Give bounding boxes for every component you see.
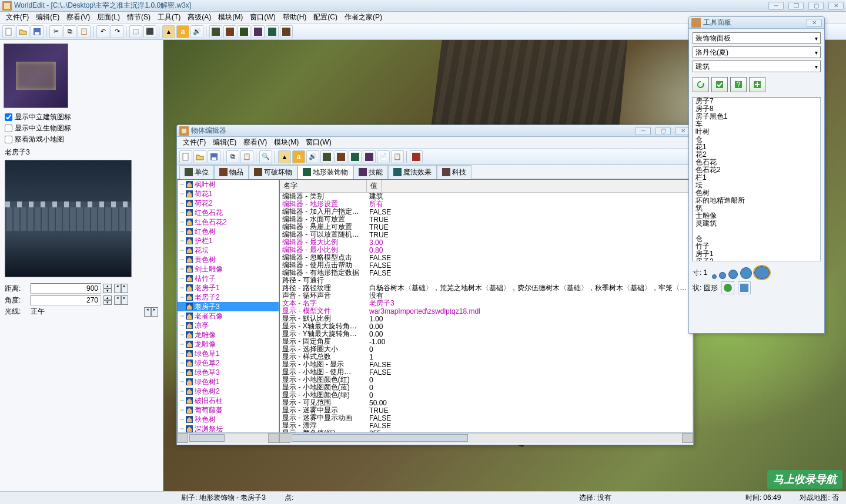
ability-button[interactable]: a bbox=[176, 25, 189, 38]
obj-m8[interactable]: 📄 bbox=[377, 150, 390, 163]
undo-button[interactable]: ↶ bbox=[96, 25, 109, 38]
category-combo[interactable]: 建筑 bbox=[693, 61, 821, 72]
tree-item[interactable]: ┈老房子3 bbox=[178, 302, 279, 311]
menu-item[interactable]: 编辑(E) bbox=[209, 136, 240, 149]
tree-item[interactable]: ┈龙雕像 bbox=[178, 340, 279, 349]
toolpal-close[interactable]: ✕ bbox=[807, 19, 822, 27]
obj-find[interactable]: 🔍 bbox=[259, 150, 272, 163]
obj6-button[interactable] bbox=[280, 25, 293, 38]
obj3-button[interactable] bbox=[238, 25, 250, 38]
obj-m5[interactable] bbox=[335, 150, 347, 163]
tree-item[interactable]: ┈绿色草2 bbox=[178, 358, 279, 368]
place-button-2[interactable]: ? bbox=[730, 77, 747, 92]
tab-地形装饰物[interactable]: 地形装饰物 bbox=[297, 165, 353, 179]
sheet-hscroll[interactable] bbox=[279, 433, 693, 443]
tree-item[interactable]: ┈破旧石柱 bbox=[178, 396, 279, 405]
open-button[interactable] bbox=[16, 25, 29, 38]
light-next[interactable]: ▸ bbox=[151, 307, 158, 317]
tree-item[interactable]: ┈葡萄藤蔓 bbox=[178, 405, 279, 415]
maximize-button[interactable]: ▢ bbox=[808, 2, 824, 10]
cut-button[interactable]: ✂ bbox=[49, 25, 62, 38]
tab-技能[interactable]: 技能 bbox=[353, 165, 388, 179]
tab-魔法效果[interactable]: 魔法效果 bbox=[388, 165, 437, 179]
tree-item[interactable]: ┈花坛 bbox=[178, 246, 279, 255]
list-item[interactable]: 房子8 bbox=[693, 105, 820, 113]
obj-m9[interactable]: 📋 bbox=[391, 150, 404, 163]
tree-item[interactable]: ┈荷花1 bbox=[178, 189, 279, 199]
objwin-maximize[interactable]: ▢ bbox=[656, 127, 671, 135]
tree-item[interactable]: ┈凉亭 bbox=[178, 321, 279, 330]
distance-input[interactable] bbox=[31, 283, 101, 294]
tree-item[interactable]: ┈绿色草3 bbox=[178, 368, 279, 377]
tileset-combo[interactable]: 洛丹伦(夏) bbox=[693, 46, 821, 58]
terrain-button[interactable]: ▲ bbox=[162, 25, 175, 38]
tree-item[interactable]: ┈老者石像 bbox=[178, 311, 279, 321]
sound-button[interactable]: 🔊 bbox=[190, 25, 203, 38]
list-item[interactable]: 坛 bbox=[693, 182, 820, 189]
palette-combo[interactable]: 装饰物面板 bbox=[693, 32, 821, 44]
angle-input[interactable] bbox=[31, 295, 101, 305]
list-item[interactable]: 房子1 bbox=[693, 250, 820, 258]
obj5-button[interactable] bbox=[266, 25, 279, 38]
obj-m2[interactable]: a bbox=[292, 150, 305, 163]
objwin-minimize[interactable]: ─ bbox=[636, 127, 651, 135]
toolpal-titlebar[interactable]: 工具面板 ✕ bbox=[689, 17, 824, 29]
obj-m7[interactable] bbox=[363, 150, 376, 163]
angle-left[interactable]: ◂ bbox=[114, 295, 121, 305]
list-item[interactable]: 灵建筑 bbox=[693, 220, 820, 227]
menu-item[interactable]: 窗口(W) bbox=[302, 136, 335, 149]
list-item[interactable]: 栏1 bbox=[693, 174, 820, 182]
menu-item[interactable]: 高级(A) bbox=[184, 11, 215, 23]
menu-item[interactable]: 情节(S) bbox=[123, 11, 154, 23]
shape-square[interactable] bbox=[738, 281, 751, 294]
distance-down[interactable]: ▾ bbox=[103, 288, 112, 293]
shape-circle[interactable] bbox=[721, 281, 734, 294]
tree-item[interactable]: ┈绿色树1 bbox=[178, 377, 279, 387]
tree-item[interactable]: ┈绿色树2 bbox=[178, 387, 279, 396]
close-button[interactable]: ✕ bbox=[828, 2, 844, 10]
chk-neutral-buildings[interactable] bbox=[5, 113, 12, 121]
tree-item[interactable]: ┈红色石花2 bbox=[178, 217, 279, 227]
obj-m10[interactable] bbox=[410, 150, 423, 163]
tree-item[interactable]: ┈深渊祭坛 bbox=[178, 424, 279, 433]
tree-item[interactable]: ┈龙雕像 bbox=[178, 330, 279, 340]
tree-item[interactable]: ┈护栏1 bbox=[178, 236, 279, 246]
size-3[interactable] bbox=[728, 270, 738, 279]
select-button[interactable]: ⬚ bbox=[129, 25, 142, 38]
list-item[interactable]: 房子2 bbox=[693, 258, 820, 261]
tab-物品[interactable]: 物品 bbox=[214, 165, 249, 179]
obj-m1[interactable]: ▲ bbox=[278, 150, 291, 163]
distance-up[interactable]: ▴ bbox=[103, 284, 112, 288]
list-item[interactable]: 房子黑色1 bbox=[693, 113, 820, 120]
menu-item[interactable]: 帮助(H) bbox=[279, 11, 310, 23]
list-item[interactable]: 叶树 bbox=[693, 128, 820, 136]
property-list[interactable]: 编辑器 - 类别建筑编辑器 - 地形设置所有编辑器 - 加入用户指定…FALSE… bbox=[280, 193, 693, 432]
tree-item[interactable]: ┈枫叶树 bbox=[178, 180, 279, 189]
obj-new[interactable] bbox=[179, 150, 192, 163]
redo-button[interactable]: ↷ bbox=[111, 25, 123, 38]
list-item[interactable]: 仓 bbox=[693, 136, 820, 143]
size-5[interactable] bbox=[754, 266, 770, 279]
property-row[interactable]: 显示 - 颜色值(红)255 bbox=[280, 429, 693, 432]
menu-item[interactable]: 作者之家(P) bbox=[341, 11, 386, 23]
list-item[interactable]: 坏的地精造船所 bbox=[693, 197, 820, 204]
tab-可破坏物[interactable]: 可破坏物 bbox=[249, 165, 297, 179]
obj-save[interactable] bbox=[208, 150, 220, 163]
tab-科技[interactable]: 科技 bbox=[437, 165, 472, 179]
obj-open[interactable] bbox=[193, 150, 206, 163]
list-item[interactable]: 色石花 bbox=[693, 159, 820, 166]
obj-m3[interactable]: 🔊 bbox=[306, 150, 319, 163]
tree-item[interactable]: ┈秋色树 bbox=[178, 415, 279, 424]
tree-item[interactable]: ┈荷花2 bbox=[178, 199, 279, 208]
light-prev[interactable]: ◂ bbox=[144, 307, 151, 317]
obj-copy[interactable]: ⧉ bbox=[226, 150, 239, 163]
list-item[interactable]: 色树 bbox=[693, 189, 820, 197]
angle-down[interactable]: ▾ bbox=[103, 300, 112, 305]
obj-m4[interactable] bbox=[320, 150, 333, 163]
menu-item[interactable]: 配置(C) bbox=[310, 11, 341, 23]
paste-button[interactable]: 📋 bbox=[78, 25, 91, 38]
menu-item[interactable]: 文件(F) bbox=[2, 11, 32, 23]
tree-item[interactable]: ┈绿色草1 bbox=[178, 349, 279, 358]
list-item[interactable]: 花2 bbox=[693, 151, 820, 159]
obj4-button[interactable] bbox=[252, 25, 265, 38]
